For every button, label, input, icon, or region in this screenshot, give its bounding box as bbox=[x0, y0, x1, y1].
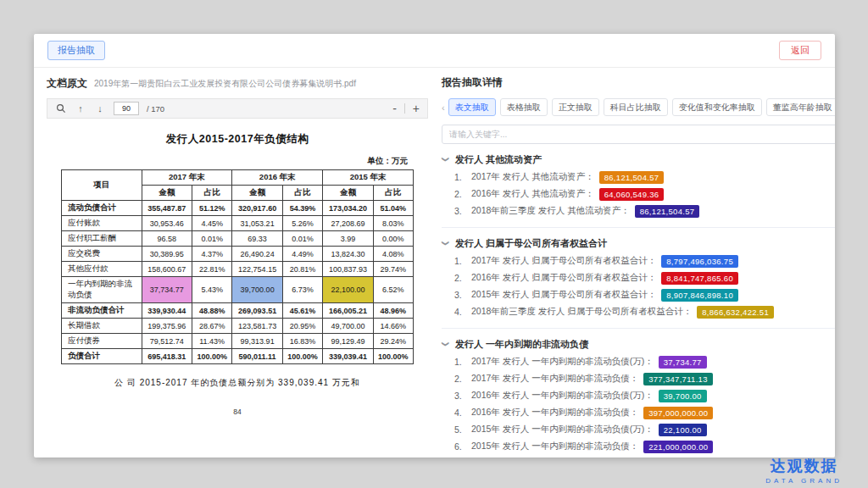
table-cell: 54.39% bbox=[282, 201, 322, 216]
tab-3[interactable]: 正文抽取 bbox=[552, 98, 599, 116]
col-sub-header: 金额 bbox=[323, 186, 374, 201]
item-value-badge[interactable]: 22,100.00 bbox=[659, 424, 707, 436]
section-header[interactable]: ❯发行人 归属于母公司所有者权益合计 bbox=[442, 237, 835, 250]
table-cell: 14.66% bbox=[373, 319, 413, 334]
extraction-item: 4.2016年 发行人 一年内到期的非流动负债：397,000,000.00 bbox=[442, 404, 835, 421]
page-number-input[interactable] bbox=[114, 102, 139, 115]
table-cell: 5.43% bbox=[192, 277, 232, 303]
item-value-badge[interactable]: 8,797,496,036.75 bbox=[661, 255, 738, 268]
back-button[interactable]: 返回 bbox=[779, 41, 821, 60]
table-cell: 590,011.11 bbox=[232, 349, 283, 364]
item-label: 2017年 发行人 一年内到期的非流动负债(万)： bbox=[471, 356, 654, 368]
row-label: 一年内到期的非流动负债 bbox=[62, 277, 142, 303]
item-value-badge[interactable]: 86,121,504.57 bbox=[599, 171, 665, 184]
tab-6[interactable]: 董监高年龄抽取 bbox=[766, 98, 835, 116]
table-cell: 20.81% bbox=[282, 262, 322, 277]
col-sub-header: 占比 bbox=[282, 186, 322, 201]
table-cell: 6.52% bbox=[373, 277, 413, 303]
table-cell: 173,034.20 bbox=[323, 201, 374, 216]
item-value-badge[interactable]: 8,866,632,422.51 bbox=[697, 306, 774, 319]
extraction-sections: ❯发行人 其他流动资产1.2017年 发行人 其他流动资产：86,121,504… bbox=[442, 153, 835, 458]
page-up-icon[interactable]: ↑ bbox=[75, 103, 86, 114]
table-row: 一年内到期的非流动负债37,734.775.43%39,700.006.73%2… bbox=[62, 277, 414, 303]
table-cell: 49,700.00 bbox=[323, 319, 374, 334]
item-value-badge[interactable]: 8,907,846,898.10 bbox=[661, 289, 738, 302]
item-value-badge[interactable]: 86,121,504.57 bbox=[635, 205, 700, 218]
table-cell: 100.00% bbox=[192, 349, 232, 364]
item-value-badge[interactable]: 8,841,747,865.60 bbox=[661, 272, 738, 285]
table-cell: 4.49% bbox=[282, 247, 322, 262]
report-extract-button[interactable]: 报告抽取 bbox=[47, 41, 105, 60]
table-cell: 30,953.46 bbox=[142, 216, 192, 231]
document-source-label: 文档原文 bbox=[47, 76, 87, 91]
col-item-header: 项目 bbox=[62, 170, 142, 201]
extraction-item: 1.2017年 发行人 其他流动资产：86,121,504.57 bbox=[442, 169, 835, 186]
table-cell: 11.43% bbox=[192, 334, 232, 349]
item-value-badge[interactable]: 39,700.00 bbox=[659, 390, 707, 402]
table-cell: 3.99 bbox=[323, 231, 374, 247]
chevron-down-icon: ❯ bbox=[442, 156, 450, 164]
table-cell: 96.58 bbox=[142, 231, 192, 247]
extraction-section: ❯发行人 其他流动资产1.2017年 发行人 其他流动资产：86,121,504… bbox=[442, 153, 835, 219]
col-group-header: 2015 年末 bbox=[323, 170, 414, 186]
item-value-badge[interactable]: 377,347,711.13 bbox=[643, 373, 713, 385]
table-cell: 158,600.67 bbox=[142, 262, 192, 277]
table-cell: 100.00% bbox=[282, 349, 322, 364]
item-number: 3. bbox=[454, 391, 466, 401]
pdf-paragraph: 公 司 2015-2017 年的负债总额分别为 339,039.41 万元和 bbox=[47, 377, 428, 389]
row-label: 应付账款 bbox=[62, 216, 142, 231]
search-icon[interactable] bbox=[55, 103, 67, 114]
section-header[interactable]: ❯发行人 一年内到期的非流动负债 bbox=[442, 338, 835, 351]
table-cell: 13,824.30 bbox=[323, 247, 374, 262]
row-label: 非流动负债合计 bbox=[62, 303, 142, 319]
item-value-badge[interactable]: 221,000,000.00 bbox=[643, 441, 713, 453]
table-cell: 4.37% bbox=[192, 247, 232, 262]
pdf-toolbar: ↑ ↓ / 170 - + bbox=[47, 98, 428, 119]
table-cell: 39,700.00 bbox=[232, 277, 283, 303]
details-title: 报告抽取详情 bbox=[442, 75, 835, 90]
zoom-out-button[interactable]: - bbox=[392, 103, 397, 114]
table-cell: 99,313.91 bbox=[232, 334, 283, 349]
table-row: 非流动负债合计339,930.4448.88%269,093.5145.61%1… bbox=[62, 303, 414, 319]
tab-2[interactable]: 表格抽取 bbox=[500, 98, 548, 116]
tab-1[interactable]: 表文抽取 bbox=[448, 98, 496, 116]
document-panel: 文档原文 2019年第一期贵阳白云工业发展投资有限公司公司债券募集说明书.pdf… bbox=[34, 68, 428, 457]
section-header[interactable]: ❯发行人 其他流动资产 bbox=[442, 153, 835, 166]
tab-5[interactable]: 变化值和变化率抽取 bbox=[672, 98, 762, 116]
keyword-search-input[interactable] bbox=[449, 130, 835, 139]
details-panel: 报告抽取详情 ‹ 表文抽取表格抽取正文抽取科目占比抽取变化值和变化率抽取董监高年… bbox=[428, 68, 835, 457]
table-cell: 28.67% bbox=[192, 319, 232, 334]
table-cell: 16.83% bbox=[282, 334, 322, 349]
table-cell: 20.95% bbox=[282, 319, 322, 334]
table-cell: 99,129.49 bbox=[323, 334, 374, 349]
item-label: 2016年 发行人 一年内到期的非流动负债： bbox=[471, 407, 638, 419]
table-cell: 37,734.77 bbox=[142, 277, 192, 303]
tabs-row: ‹ 表文抽取表格抽取正文抽取科目占比抽取变化值和变化率抽取董监高年龄抽取变动趋势… bbox=[442, 98, 835, 116]
section-title: 发行人 归属于母公司所有者权益合计 bbox=[455, 237, 607, 250]
zoom-in-button[interactable]: + bbox=[413, 103, 420, 114]
item-number: 2. bbox=[454, 374, 466, 384]
item-value-badge[interactable]: 64,060,549.36 bbox=[599, 188, 665, 201]
table-row: 长期借款199,375.9628.67%123,581.7320.95%49,7… bbox=[62, 319, 414, 334]
item-value-badge[interactable]: 397,000,000.00 bbox=[643, 407, 713, 419]
page-down-icon[interactable]: ↓ bbox=[94, 103, 106, 114]
table-cell: 339,039.41 bbox=[323, 349, 374, 364]
tabs-scroll-left-icon[interactable]: ‹ bbox=[442, 103, 445, 113]
tab-4[interactable]: 科目占比抽取 bbox=[604, 98, 668, 116]
table-cell: 166,005.21 bbox=[323, 303, 374, 319]
table-cell: 100.00% bbox=[373, 349, 413, 364]
item-number: 2. bbox=[454, 273, 466, 283]
table-cell: 29.24% bbox=[373, 334, 413, 349]
pdf-page-number: 84 bbox=[47, 408, 428, 416]
table-cell: 199,375.96 bbox=[142, 319, 192, 334]
card-header: 报告抽取 返回 bbox=[34, 34, 835, 68]
extraction-item: 3.2018年前三季度 发行人 其他流动资产：86,121,504.57 bbox=[442, 202, 835, 219]
extraction-item: 4.2018年前三季度 发行人 归属于母公司所有者权益合计：8,866,632,… bbox=[442, 303, 835, 320]
section-divider bbox=[442, 328, 835, 329]
extraction-item: 5.2015年 发行人 一年内到期的非流动负债(万)：22,100.00 bbox=[442, 421, 835, 438]
col-group-header: 2017 年末 bbox=[142, 170, 232, 186]
row-label: 流动负债合计 bbox=[62, 201, 142, 216]
item-value-badge[interactable]: 377,347,711.13 bbox=[679, 458, 748, 458]
item-label: 2016年 发行人 其他流动资产： bbox=[471, 188, 594, 200]
item-value-badge[interactable]: 37,734.77 bbox=[659, 356, 707, 369]
